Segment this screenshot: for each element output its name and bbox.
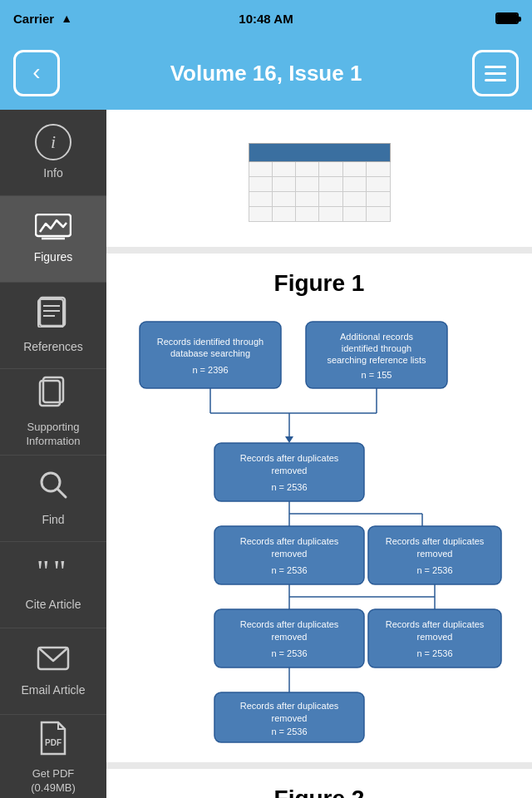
sidebar-item-pdf[interactable]: PDF Get PDF (0.49MB) xyxy=(0,715,106,798)
svg-text:removed: removed xyxy=(272,466,308,475)
svg-text:Records after duplicates: Records after duplicates xyxy=(240,619,339,629)
svg-text:": " xyxy=(37,557,50,587)
info-label: Info xyxy=(43,165,62,180)
status-bar: Carrier ▲ 10:48 AM xyxy=(0,0,532,37)
figures-icon xyxy=(35,214,71,244)
svg-text:removed: removed xyxy=(417,632,453,642)
table-thumbnail xyxy=(123,126,515,230)
main-layout: i Info Figures xyxy=(0,110,532,798)
pdf-label: Get PDF (0.49MB) xyxy=(31,767,75,796)
content-area[interactable]: Figure 1 Records identified through data… xyxy=(106,110,532,798)
svg-text:removed: removed xyxy=(272,549,308,559)
sidebar-item-cite[interactable]: " " Cite Article xyxy=(0,542,106,628)
sidebar-item-email[interactable]: Email Article xyxy=(0,628,106,715)
supporting-label: Supporting Information xyxy=(26,421,80,449)
references-label: References xyxy=(23,339,83,354)
svg-text:n = 2536: n = 2536 xyxy=(271,648,307,658)
menu-button[interactable] xyxy=(472,50,519,96)
supporting-icon xyxy=(37,376,70,416)
email-label: Email Article xyxy=(21,682,85,697)
svg-text:removed: removed xyxy=(272,713,308,723)
svg-rect-3 xyxy=(38,299,63,328)
figure1-title: Figure 1 xyxy=(123,270,515,297)
figures-label: Figures xyxy=(34,249,73,264)
svg-text:removed: removed xyxy=(417,549,453,559)
svg-text:n = 2396: n = 2396 xyxy=(192,365,228,375)
mini-table xyxy=(249,143,391,222)
menu-icon-line1 xyxy=(485,66,506,68)
svg-text:identified through: identified through xyxy=(342,343,411,353)
svg-text:Records after duplicates: Records after duplicates xyxy=(386,619,485,629)
carrier-label: Carrier xyxy=(13,12,54,26)
sidebar-item-find[interactable]: Find xyxy=(0,456,106,542)
figure2-title: Figure 2 xyxy=(123,786,515,798)
status-left: Carrier ▲ xyxy=(13,12,72,26)
svg-line-10 xyxy=(57,489,66,497)
status-right xyxy=(495,12,519,24)
sidebar-item-figures[interactable]: Figures xyxy=(0,196,106,283)
figure1-section: Figure 1 Records identified through data… xyxy=(106,254,532,762)
svg-text:n = 2536: n = 2536 xyxy=(416,565,452,575)
svg-marker-28 xyxy=(285,436,293,443)
wifi-icon: ▲ xyxy=(61,12,72,25)
cite-icon: " " xyxy=(35,557,71,592)
menu-icon-line2 xyxy=(485,72,506,75)
svg-text:n = 2536: n = 2536 xyxy=(271,727,307,736)
svg-text:n = 155: n = 155 xyxy=(361,370,392,380)
sidebar: i Info Figures xyxy=(0,110,106,798)
back-button[interactable]: ‹ xyxy=(13,50,60,96)
info-icon: i xyxy=(35,124,71,160)
svg-text:Records after duplicates: Records after duplicates xyxy=(240,453,339,463)
svg-text:Additional records: Additional records xyxy=(340,332,414,342)
status-time: 10:48 AM xyxy=(239,12,293,26)
menu-icon-line3 xyxy=(485,79,506,81)
svg-text:Records after duplicates: Records after duplicates xyxy=(386,536,485,546)
table-section xyxy=(106,110,532,247)
find-label: Find xyxy=(42,512,64,527)
svg-text:": " xyxy=(53,557,66,587)
svg-text:Records after duplicates: Records after duplicates xyxy=(240,536,339,546)
svg-text:searching reference lists: searching reference lists xyxy=(327,355,426,365)
svg-text:database searching: database searching xyxy=(170,348,250,358)
svg-text:Records after duplicates: Records after duplicates xyxy=(240,701,339,711)
battery-icon xyxy=(495,12,519,24)
nav-bar: ‹ Volume 16, Issue 1 xyxy=(0,37,532,110)
nav-title: Volume 16, Issue 1 xyxy=(170,61,362,86)
svg-text:Records identified through: Records identified through xyxy=(157,337,264,347)
figure2-section: Figure 2 ⟵ xyxy=(106,769,532,798)
sidebar-item-info[interactable]: i Info xyxy=(0,110,106,196)
svg-text:n = 2536: n = 2536 xyxy=(416,648,452,658)
references-icon xyxy=(37,296,70,334)
figure1-flowchart: Records identified through database sear… xyxy=(123,313,530,746)
cite-label: Cite Article xyxy=(26,597,81,612)
sidebar-item-supporting[interactable]: Supporting Information xyxy=(0,369,106,456)
back-icon: ‹ xyxy=(32,61,40,84)
sidebar-item-references[interactable]: References xyxy=(0,283,106,369)
svg-text:n = 2536: n = 2536 xyxy=(271,482,307,492)
find-icon xyxy=(37,469,69,507)
svg-text:removed: removed xyxy=(272,632,308,642)
svg-text:PDF: PDF xyxy=(45,738,62,747)
svg-text:n = 2536: n = 2536 xyxy=(271,565,307,575)
pdf-icon: PDF xyxy=(38,721,68,762)
email-icon xyxy=(37,645,70,677)
